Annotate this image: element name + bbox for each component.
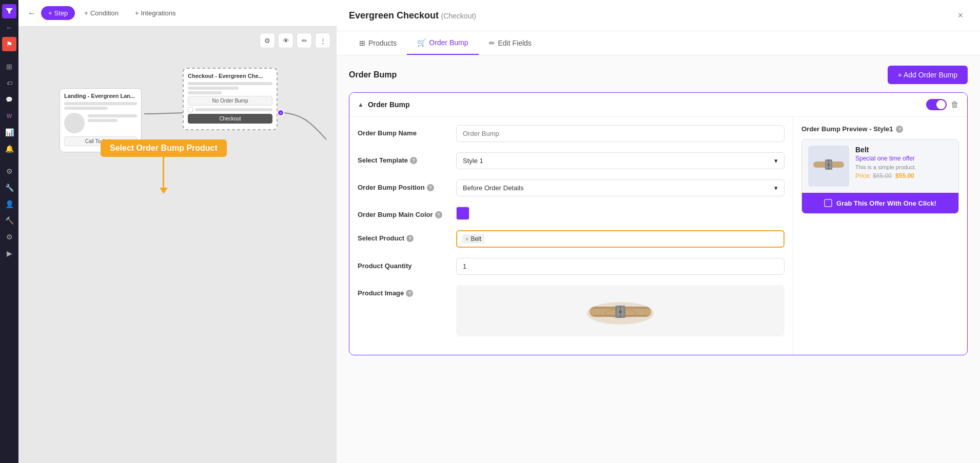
no-order-bump-btn[interactable]: No Order Bump — [188, 96, 272, 106]
user-icon[interactable]: 👤 — [2, 197, 16, 211]
product-tag: × Belt — [462, 234, 484, 244]
preview-product-name: Belt — [855, 146, 952, 154]
landing-placeholder-1 — [64, 102, 137, 105]
landing-placeholder-4 — [88, 119, 117, 122]
belt-image — [584, 290, 656, 331]
tab-edit-fields[interactable]: ✏ Edit Fields — [479, 31, 542, 55]
template-help-icon[interactable]: ? — [410, 157, 417, 164]
preview-description: This is a simple product. — [855, 164, 952, 170]
connector-right[interactable] — [277, 109, 284, 116]
edit-tool[interactable]: ✏ — [297, 33, 312, 48]
settings-tool[interactable]: ⚙ — [260, 33, 275, 48]
position-select[interactable]: Before Order Details ▾ — [456, 179, 785, 196]
canvas-area: ← + Step + Condition + Integrations ⚙ 👁 … — [18, 0, 337, 463]
svg-point-12 — [828, 164, 830, 166]
canvas-tools: ⚙ 👁 ✏ ⋮ — [260, 33, 330, 48]
tool-icon[interactable]: 🔨 — [2, 213, 16, 228]
landing-node-header: Landing - Evergreen Lan... — [64, 93, 137, 99]
checkout-placeholder-2 — [188, 87, 239, 90]
back-icon[interactable]: ← — [2, 21, 16, 35]
preview-product-area: Belt Special one time offer This is a si… — [802, 139, 958, 193]
bell-icon[interactable]: 🔔 — [2, 142, 16, 156]
preview-sale-price: $55.00 — [895, 172, 914, 179]
preview-product-image — [808, 146, 849, 187]
tab-step[interactable]: + Step — [41, 6, 75, 20]
wrench-icon[interactable]: 🔧 — [2, 180, 16, 195]
grid-icon[interactable]: ⊞ — [2, 59, 16, 74]
preview-info: Belt Special one time offer This is a si… — [855, 146, 952, 187]
tab-products-label: Products — [368, 39, 397, 47]
funnel-icon[interactable] — [2, 4, 16, 18]
checkout-node-header: Checkout - Evergreen Che... — [188, 73, 272, 79]
grab-offer-button[interactable]: Grab This Offer With One Click! — [802, 193, 958, 213]
play-icon[interactable]: ▶ — [2, 246, 16, 260]
preview-card: Belt Special one time offer This is a si… — [801, 139, 959, 214]
flag-icon[interactable]: ⚑ — [2, 37, 16, 51]
checkout-btn[interactable]: Checkout — [188, 114, 272, 124]
back-button[interactable]: ← — [25, 6, 39, 21]
flow-canvas: Landing - Evergreen Lan... Call To Actio… — [18, 27, 337, 463]
add-order-bump-button[interactable]: + Add Order Bump — [888, 66, 968, 84]
order-bump-header: Order Bump + Add Order Bump — [349, 66, 968, 84]
order-bump-tab-icon: 🛒 — [417, 38, 426, 47]
close-panel-button[interactable]: × — [953, 8, 968, 23]
name-input[interactable] — [456, 125, 785, 142]
preview-help-icon[interactable]: ? — [896, 126, 903, 133]
preview-price: Price: $65.00 $55.00 — [855, 172, 952, 179]
image-help-icon[interactable]: ? — [406, 290, 413, 297]
product-help-icon[interactable]: ? — [406, 235, 414, 242]
preview-section: Order Bump Preview - Style1 ? — [793, 117, 967, 355]
more-tool[interactable]: ⋮ — [315, 33, 330, 48]
position-help-icon[interactable]: ? — [427, 184, 434, 191]
landing-node[interactable]: Landing - Evergreen Lan... Call To Actio… — [60, 88, 142, 152]
tag-icon[interactable]: 🏷 — [2, 76, 16, 90]
chart-icon[interactable]: 📊 — [2, 125, 16, 139]
color-help-icon[interactable]: ? — [435, 211, 442, 218]
annotation-arrowhead — [160, 188, 168, 194]
name-label: Order Bump Name — [358, 125, 450, 137]
svg-point-6 — [619, 310, 622, 313]
card-actions: 🗑 — [926, 99, 959, 110]
delete-order-bump-button[interactable]: 🗑 — [951, 100, 959, 109]
template-select[interactable]: Style 1 ▾ — [456, 152, 785, 169]
products-tab-icon: ⊞ — [359, 39, 365, 47]
order-bump-card: ▲ Order Bump 🗑 Order Bump Name — [349, 92, 968, 355]
tab-integrations[interactable]: + Integrations — [128, 6, 183, 20]
form-row-position: Order Bump Position ? Before Order Detai… — [358, 179, 785, 196]
checkout-node[interactable]: Checkout - Evergreen Che... No Order Bum… — [183, 68, 278, 130]
tab-order-bump-label: Order Bump — [429, 38, 468, 47]
tab-order-bump[interactable]: 🛒 Order Bump — [407, 31, 478, 55]
form-row-name: Order Bump Name — [358, 125, 785, 142]
product-tag-remove[interactable]: × — [465, 236, 468, 242]
tab-integrations-label: Integrations — [141, 9, 175, 17]
preview-tool[interactable]: 👁 — [278, 33, 293, 48]
woo-icon[interactable]: W — [2, 109, 16, 123]
chevron-icon[interactable]: ▲ — [358, 101, 364, 108]
landing-cta-btn[interactable]: Call To Action — [64, 136, 137, 146]
panel-title: Evergreen Checkout — [349, 10, 439, 21]
tab-condition[interactable]: + Condition — [77, 6, 126, 20]
settings-icon[interactable]: ⚙ — [2, 164, 16, 178]
order-bump-card-title-text: Order Bump — [368, 100, 410, 109]
tab-products[interactable]: ⊞ Products — [349, 31, 407, 55]
color-label: Order Bump Main Color ? — [358, 207, 450, 218]
product-select-field[interactable]: × Belt — [456, 230, 785, 248]
form-section: Order Bump Name Select Template ? Style … — [349, 117, 793, 355]
tab-integrations-prefix: + — [135, 9, 139, 17]
chat-icon[interactable]: 💬 — [2, 92, 16, 107]
panel-title-group: Evergreen Checkout (Checkout) — [349, 10, 476, 21]
checkout-placeholder-4 — [195, 108, 272, 111]
preview-price-label: Price: — [855, 172, 871, 179]
template-value: Style 1 — [463, 157, 483, 165]
grab-checkbox — [824, 199, 832, 207]
image-label: Product Image ? — [358, 285, 450, 297]
tab-step-label: Step — [54, 9, 68, 17]
quantity-input[interactable] — [456, 258, 785, 275]
tab-step-prefix: + — [48, 9, 52, 17]
order-bump-toggle[interactable] — [926, 99, 947, 110]
position-chevron: ▾ — [774, 184, 778, 192]
form-row-color: Order Bump Main Color ? — [358, 207, 785, 220]
color-swatch[interactable] — [456, 207, 469, 220]
sliders-icon[interactable]: ⚙ — [2, 230, 16, 244]
product-label: Select Product ? — [358, 230, 450, 242]
